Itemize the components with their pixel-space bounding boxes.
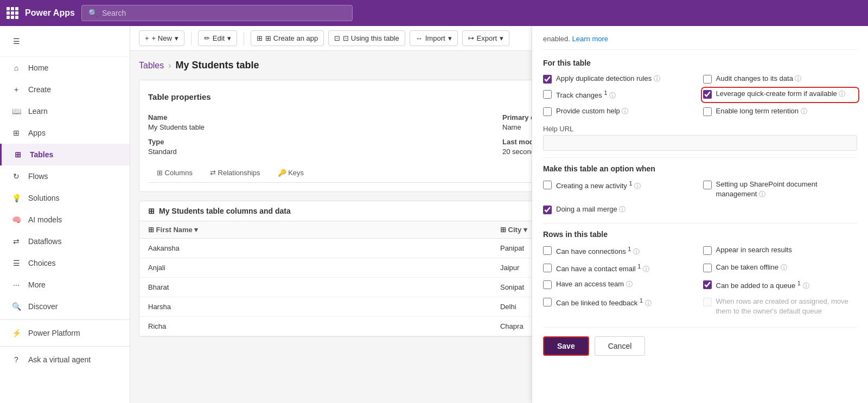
export-button[interactable]: ↦ Export ▾ (462, 30, 510, 46)
info-track-changes[interactable]: ⓘ (609, 92, 616, 100)
checkbox-leverage-quick[interactable] (703, 90, 712, 99)
check-audit-changes: Audit changes to its data ⓘ (703, 74, 858, 84)
new-button[interactable]: + + New ▾ (139, 30, 184, 46)
label-track-changes[interactable]: Track changes 1 ⓘ (556, 89, 616, 101)
sidebar-label-flows: Flows (28, 172, 48, 181)
check-provide-custom: Provide custom help ⓘ (543, 106, 698, 116)
info-provide-custom[interactable]: ⓘ (622, 107, 628, 115)
label-creating-activity[interactable]: Creating a new activity 1 ⓘ (556, 180, 641, 191)
create-app-label: ⊞ Create an app (265, 34, 318, 42)
sidebar-item-more[interactable]: ··· More (0, 274, 130, 296)
info-apply-dup[interactable]: ⓘ (654, 75, 660, 82)
sidebar-item-create[interactable]: + Create (0, 79, 130, 100)
info-creating-activity[interactable]: ⓘ (634, 182, 641, 190)
info-can-have-contact[interactable]: ⓘ (643, 265, 649, 273)
ask-agent-icon: ? (11, 354, 22, 365)
sidebar-item-dataflows[interactable]: ⇄ Dataflows (0, 231, 130, 252)
label-can-be-linked[interactable]: Can be linked to feedback 1 ⓘ (556, 297, 652, 309)
label-can-have-connections[interactable]: Can have connections 1 ⓘ (556, 245, 640, 257)
sidebar-item-tables[interactable]: ⊞ Tables (0, 144, 130, 165)
label-leverage-quick[interactable]: Leverage quick-create form if available … (716, 89, 846, 99)
sidebar-item-discover[interactable]: 🔍 Discover (0, 296, 130, 317)
label-audit-changes[interactable]: Audit changes to its data ⓘ (716, 74, 802, 84)
checkbox-provide-custom[interactable] (543, 107, 552, 116)
info-can-be-added-queue[interactable]: ⓘ (803, 283, 809, 290)
info-can-have-connections[interactable]: ⓘ (633, 248, 640, 256)
search-input[interactable] (102, 9, 346, 17)
import-button[interactable]: ↔ Import ▾ (410, 30, 458, 46)
sidebar-item-home[interactable]: ⌂ Home (0, 57, 130, 79)
cancel-button[interactable]: Cancel (595, 336, 646, 356)
export-label: Export (477, 34, 497, 42)
save-button[interactable]: Save (543, 336, 589, 356)
hamburger-icon: ☰ (11, 36, 22, 47)
info-can-be-linked[interactable]: ⓘ (645, 299, 652, 307)
info-leverage-quick[interactable]: ⓘ (839, 90, 845, 98)
label-enable-long-term[interactable]: Enable long term retention ⓘ (716, 106, 807, 116)
sidebar-item-power-platform[interactable]: ⚡ Power Platform (0, 322, 130, 344)
col-first-name[interactable]: ⊞ First Name ▾ (139, 221, 492, 239)
sidebar-item-choices[interactable]: ☰ Choices (0, 252, 130, 274)
info-sharepoint-doc[interactable]: ⓘ (759, 190, 765, 198)
help-url-input[interactable] (543, 135, 857, 151)
edit-label: Edit (213, 34, 225, 42)
sidebar-item-ai-models[interactable]: 🧠 AI models (0, 209, 130, 231)
grid-icon[interactable] (7, 7, 18, 19)
checkbox-apply-dup[interactable] (543, 75, 552, 84)
sidebar-label-ask-agent: Ask a virtual agent (28, 355, 91, 364)
table-grid-icon: ⊞ (148, 207, 155, 215)
checkbox-have-access-team[interactable] (543, 280, 552, 289)
checkbox-sharepoint-doc[interactable] (703, 181, 712, 189)
search-bar[interactable]: 🔍 (81, 5, 353, 21)
sidebar-label-learn: Learn (28, 107, 48, 116)
info-have-access-team[interactable]: ⓘ (626, 280, 633, 288)
checkbox-can-be-offline[interactable] (703, 264, 712, 272)
checkbox-appear-search[interactable] (703, 246, 712, 255)
sidebar-item-learn[interactable]: 📖 Learn (0, 100, 130, 122)
sidebar-item-flows[interactable]: ↻ Flows (0, 165, 130, 187)
label-have-access-team[interactable]: Have an access team ⓘ (556, 279, 633, 289)
sidebar-item-ask-agent[interactable]: ? Ask a virtual agent (0, 349, 130, 370)
edit-icon: ✏ (204, 34, 210, 42)
export-chevron-icon: ▾ (500, 34, 503, 42)
checkbox-can-be-linked[interactable] (543, 298, 552, 306)
tab-columns[interactable]: ⊞ Columns (148, 164, 201, 182)
edit-button[interactable]: ✏ Edit ▾ (198, 30, 237, 46)
learn-more-link[interactable]: Learn more (572, 35, 608, 43)
info-enable-long-term[interactable]: ⓘ (801, 107, 807, 115)
sidebar-item-solutions[interactable]: 💡 Solutions (0, 187, 130, 209)
label-can-be-offline[interactable]: Can be taken offline ⓘ (716, 263, 787, 272)
apps-icon: ⊞ (11, 127, 22, 138)
info-doing-mail[interactable]: ⓘ (619, 206, 626, 213)
label-appear-search[interactable]: Appear in search results (716, 245, 792, 255)
info-audit-changes[interactable]: ⓘ (795, 75, 801, 82)
sidebar-item-apps[interactable]: ⊞ Apps (0, 122, 130, 144)
breadcrumb-parent[interactable]: Tables (139, 61, 164, 71)
checkbox-enable-long-term[interactable] (703, 107, 712, 116)
sidebar-collapse[interactable]: ☰ (0, 30, 130, 52)
create-app-button[interactable]: ⊞ ⊞ Create an app (251, 30, 324, 46)
checkbox-track-changes[interactable] (543, 90, 552, 99)
checkbox-creating-activity[interactable] (543, 181, 552, 189)
make-option-grid: Creating a new activity 1 ⓘ Setting up S… (543, 180, 857, 215)
main-content: + + New ▾ ✏ Edit ▾ ⊞ ⊞ Create an app ⊡ ⊡… (130, 26, 868, 403)
label-doing-mail[interactable]: Doing a mail merge ⓘ (556, 204, 626, 214)
label-can-have-contact[interactable]: Can have a contact email 1 ⓘ (556, 263, 649, 274)
check-creating-activity: Creating a new activity 1 ⓘ (543, 180, 698, 199)
label-can-be-added-queue[interactable]: Can be added to a queue 1 ⓘ (716, 279, 809, 291)
checkbox-audit-changes[interactable] (703, 75, 712, 84)
checkbox-can-have-contact[interactable] (543, 264, 552, 272)
label-apply-dup[interactable]: Apply duplicate detection rules ⓘ (556, 74, 660, 84)
info-can-be-offline[interactable]: ⓘ (781, 264, 787, 271)
checkbox-can-have-connections[interactable] (543, 246, 552, 255)
label-provide-custom[interactable]: Provide custom help ⓘ (556, 106, 628, 116)
cell-first-name: Anjali (139, 258, 492, 278)
new-label: + New (152, 34, 172, 42)
import-label: Import (425, 34, 445, 42)
using-table-button[interactable]: ⊡ ⊡ Using this table (328, 30, 405, 46)
checkbox-can-be-added-queue[interactable] (703, 280, 712, 289)
tab-relationships[interactable]: ⇄ Relationships (201, 164, 269, 182)
label-sharepoint-doc[interactable]: Setting up SharePoint document managemen… (716, 180, 858, 199)
checkbox-doing-mail[interactable] (543, 206, 552, 214)
tab-keys[interactable]: 🔑 Keys (269, 164, 313, 182)
